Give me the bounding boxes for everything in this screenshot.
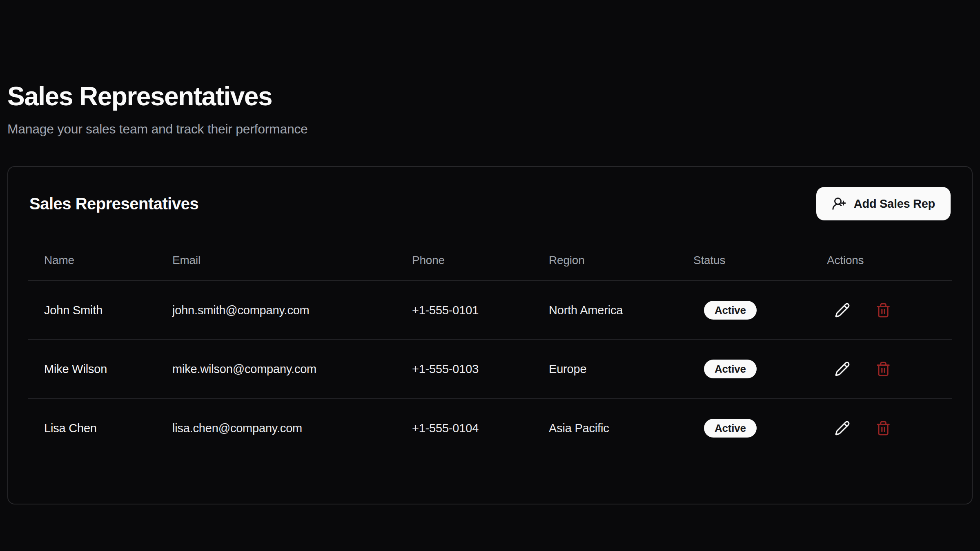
status-badge: Active [704, 419, 757, 438]
pencil-icon [835, 361, 850, 377]
page-subtitle: Manage your sales team and track their p… [7, 120, 973, 138]
cell-name: Mike Wilson [44, 362, 172, 376]
column-header-status: Status [693, 254, 827, 267]
cell-region: Asia Pacific [549, 422, 693, 435]
table-row: John Smith john.smith@company.com +1-555… [28, 281, 952, 340]
sales-reps-card: Sales Representatives Add Sales Rep Name… [7, 166, 973, 504]
cell-actions [827, 301, 952, 319]
cell-email: john.smith@company.com [172, 304, 412, 317]
status-badge: Active [704, 301, 757, 320]
table-row: Mike Wilson mike.wilson@company.com +1-5… [28, 340, 952, 399]
delete-button[interactable] [874, 419, 892, 437]
delete-button[interactable] [874, 301, 892, 319]
table-row: Lisa Chen lisa.chen@company.com +1-555-0… [28, 399, 952, 458]
edit-button[interactable] [833, 301, 851, 319]
sales-reps-table: Name Email Phone Region Status Actions J… [28, 240, 952, 458]
column-header-actions: Actions [827, 254, 952, 267]
cell-region: North America [549, 304, 693, 317]
cell-phone: +1-555-0101 [412, 304, 549, 317]
table-header-row: Name Email Phone Region Status Actions [28, 240, 952, 281]
edit-button[interactable] [833, 360, 851, 378]
cell-status: Active [693, 419, 827, 438]
cell-actions [827, 419, 952, 437]
cell-email: mike.wilson@company.com [172, 362, 412, 376]
card-header: Sales Representatives Add Sales Rep [8, 167, 972, 240]
cell-status: Active [693, 301, 827, 320]
pencil-icon [835, 302, 850, 318]
add-sales-rep-label: Add Sales Rep [854, 197, 935, 211]
delete-button[interactable] [874, 360, 892, 378]
column-header-email: Email [172, 254, 412, 267]
cell-email: lisa.chen@company.com [172, 422, 412, 435]
page: Sales Representatives Manage your sales … [0, 0, 980, 551]
column-header-region: Region [549, 254, 693, 267]
edit-button[interactable] [833, 419, 851, 437]
cell-name: Lisa Chen [44, 422, 172, 435]
trash-icon [875, 302, 891, 318]
cell-actions [827, 360, 952, 378]
cell-name: John Smith [44, 304, 172, 317]
column-header-name: Name [44, 254, 172, 267]
trash-icon [875, 361, 891, 377]
user-plus-icon [832, 196, 846, 211]
cell-region: Europe [549, 362, 693, 376]
cell-phone: +1-555-0104 [412, 422, 549, 435]
pencil-icon [835, 420, 850, 436]
column-header-phone: Phone [412, 254, 549, 267]
cell-status: Active [693, 360, 827, 378]
add-sales-rep-button[interactable]: Add Sales Rep [816, 187, 951, 220]
cell-phone: +1-555-0103 [412, 362, 549, 376]
card-title: Sales Representatives [29, 195, 198, 213]
status-badge: Active [704, 360, 757, 378]
page-title: Sales Representatives [7, 81, 973, 112]
trash-icon [875, 420, 891, 436]
